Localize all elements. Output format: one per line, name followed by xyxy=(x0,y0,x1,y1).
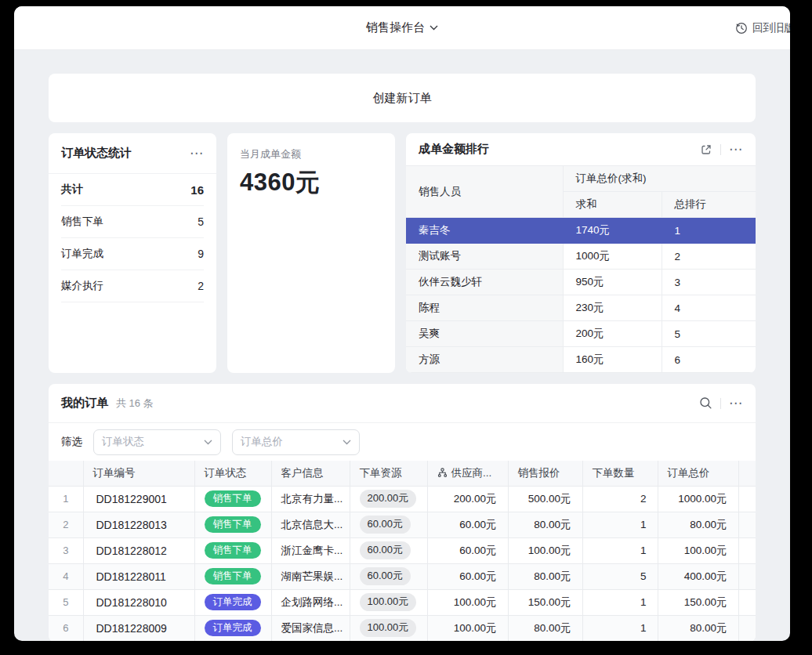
search-icon[interactable] xyxy=(699,396,712,410)
sales-quote: 80.00元 xyxy=(508,512,582,537)
my-orders-header: 我的订单 共 16 条 ⋯ xyxy=(49,384,756,423)
ranking-row[interactable]: 吴爽200元5 xyxy=(406,321,756,347)
table-row[interactable]: 2DD181228013销售下单北京信息大...60.00元60.00元80.0… xyxy=(49,512,756,537)
back-to-old-version-button[interactable]: 回到旧版 xyxy=(735,6,790,49)
order-total: 100.00元 xyxy=(658,537,738,563)
ranking-sum: 1740元 xyxy=(563,218,662,244)
ranking-person: 测试账号 xyxy=(406,244,563,270)
status-row-value: 16 xyxy=(190,183,204,197)
ranking-col-person[interactable]: 销售人员 xyxy=(406,166,563,218)
col-row-number xyxy=(49,461,83,486)
ranking-col-rank[interactable]: 总排行 xyxy=(662,192,756,218)
supplier-price: 60.00元 xyxy=(427,512,508,537)
ranking-sum: 230元 xyxy=(563,295,662,321)
widgets-row: 订单状态统计 ⋯ 共计16销售下单5订单完成9媒介执行2 当月成单金额 4360… xyxy=(49,133,756,373)
ranking-sum: 950元 xyxy=(563,270,662,295)
order-id[interactable]: DD181228009 xyxy=(83,615,194,641)
monthly-amount-label: 当月成单金额 xyxy=(240,147,382,161)
col-supplier[interactable]: 供应商... xyxy=(427,461,508,486)
resource-badge: 60.00元 xyxy=(360,541,411,559)
sales-quote: 100.00元 xyxy=(508,537,582,563)
ranking-rank: 5 xyxy=(662,321,756,347)
supplier-price: 200.00元 xyxy=(427,486,508,512)
order-id[interactable]: DD181229001 xyxy=(83,486,194,512)
more-icon[interactable]: ⋯ xyxy=(729,143,743,156)
order-id[interactable]: DD181228013 xyxy=(83,512,194,537)
workspace-switcher[interactable]: 销售操作台 xyxy=(366,20,438,35)
filter-order-total-placeholder: 订单总价 xyxy=(241,435,283,449)
col-header[interactable]: 下单数量 xyxy=(582,461,658,486)
spacer-cell xyxy=(738,537,756,563)
chevron-down-icon xyxy=(343,440,351,445)
col-header[interactable]: 销售报价 xyxy=(508,461,582,486)
status-row[interactable]: 销售下单5 xyxy=(61,206,204,238)
create-new-order-button[interactable]: 创建新订单 xyxy=(49,74,756,122)
ranking-person: 方源 xyxy=(406,347,563,373)
ranking-person: 秦吉冬 xyxy=(406,218,563,244)
status-row[interactable]: 订单完成9 xyxy=(61,238,204,270)
table-row[interactable]: 5DD181228010订单完成企划路网络...100.00元100.00元15… xyxy=(49,589,756,615)
ranking-row[interactable]: 陈程230元4 xyxy=(406,295,756,321)
more-icon[interactable]: ⋯ xyxy=(729,396,743,410)
ranking-row[interactable]: 秦吉冬1740元1 xyxy=(406,218,756,244)
status-row[interactable]: 媒介执行2 xyxy=(61,270,204,302)
row-number: 1 xyxy=(49,486,83,512)
open-external-icon[interactable] xyxy=(700,143,712,156)
ranking-row[interactable]: 伙伴云魏少轩950元3 xyxy=(406,270,756,295)
resource-cell: 60.00元 xyxy=(350,537,427,563)
supplier-price: 100.00元 xyxy=(427,615,508,641)
ranking-sum: 1000元 xyxy=(563,244,662,270)
sales-quote: 80.00元 xyxy=(508,563,582,589)
table-row[interactable]: 6DD181228009订单完成爱国家信息...100.00元100.00元80… xyxy=(49,615,756,641)
ranking-rank: 2 xyxy=(662,244,756,270)
resource-badge: 200.00元 xyxy=(360,490,417,508)
ranking-row[interactable]: 测试账号1000元2 xyxy=(406,244,756,270)
order-id[interactable]: DD181228011 xyxy=(83,563,194,589)
ranking-sum: 200元 xyxy=(563,321,662,347)
row-number: 3 xyxy=(49,537,83,563)
filter-select-order-status[interactable]: 订单状态 xyxy=(93,429,221,455)
order-status-cell: 销售下单 xyxy=(194,537,271,563)
resource-cell: 100.00元 xyxy=(350,615,427,641)
topbar: 销售操作台 回到旧版 xyxy=(14,6,790,50)
status-row[interactable]: 共计16 xyxy=(61,174,204,206)
order-quantity: 1 xyxy=(582,589,658,615)
order-id[interactable]: DD181228010 xyxy=(83,589,194,615)
row-number: 6 xyxy=(49,615,83,641)
customer-info: 北京信息大... xyxy=(271,512,350,537)
col-header[interactable]: 订单状态 xyxy=(194,461,271,486)
spacer-cell xyxy=(738,615,756,641)
row-number: 4 xyxy=(49,563,83,589)
order-status-cell: 订单完成 xyxy=(194,615,271,641)
resource-badge: 60.00元 xyxy=(360,516,411,534)
col-header[interactable]: 订单总价 xyxy=(658,461,738,486)
col-header[interactable]: 订单编号 xyxy=(83,461,194,486)
table-row[interactable]: 4DD181228011销售下单湖南芒果娱...60.00元60.00元80.0… xyxy=(49,563,756,589)
order-total: 1000.00元 xyxy=(658,486,738,512)
status-badge: 销售下单 xyxy=(205,490,261,508)
order-id[interactable]: DD181228012 xyxy=(83,537,194,563)
col-header[interactable]: 下单资源 xyxy=(350,461,427,486)
divider xyxy=(720,144,721,155)
table-row[interactable]: 1DD181229001销售下单北京有力量...200.00元200.00元50… xyxy=(49,486,756,512)
more-icon[interactable]: ⋯ xyxy=(190,147,204,160)
app-window: 销售操作台 回到旧版 创建新订单 订单状态统计 ⋯ 共计16销售 xyxy=(14,6,790,641)
row-number: 5 xyxy=(49,589,83,615)
filter-label: 筛选 xyxy=(61,435,82,449)
status-row-label: 媒介执行 xyxy=(61,279,103,293)
resource-badge: 60.00元 xyxy=(360,567,411,585)
ranking-person: 伙伴云魏少轩 xyxy=(406,270,563,295)
table-row[interactable]: 3DD181228012销售下单浙江金鹰卡...60.00元60.00元100.… xyxy=(49,537,756,563)
spacer-cell xyxy=(738,512,756,537)
ranking-col-sum[interactable]: 求和 xyxy=(563,192,662,218)
ranking-sum: 160元 xyxy=(563,347,662,373)
ranking-col-group[interactable]: 订单总价(求和) xyxy=(563,166,756,192)
status-badge: 销售下单 xyxy=(205,568,261,585)
sales-quote: 80.00元 xyxy=(508,615,582,641)
filter-select-order-total[interactable]: 订单总价 xyxy=(232,429,360,455)
my-orders-count: 共 16 条 xyxy=(116,396,154,411)
col-header[interactable]: 客户信息 xyxy=(271,461,350,486)
status-row-value: 9 xyxy=(198,248,204,260)
orders-table: 订单编号订单状态客户信息下单资源供应商...销售报价下单数量订单总价 1DD18… xyxy=(49,461,756,641)
ranking-row[interactable]: 方源160元6 xyxy=(406,347,756,373)
